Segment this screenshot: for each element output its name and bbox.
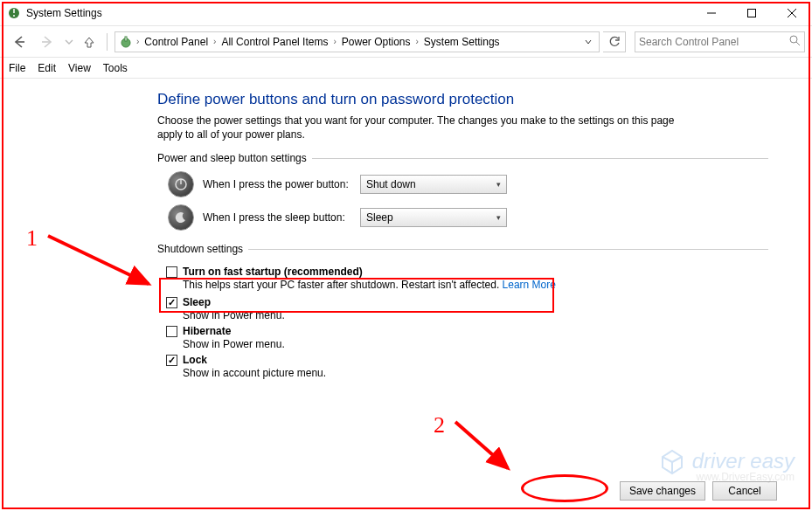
annotation-arrow-2 [451, 418, 521, 479]
annotation-highlight-fast-startup [159, 278, 554, 313]
sleep-button-dropdown[interactable]: Sleep ▾ [360, 208, 507, 227]
hibernate-option: Hibernate Show in Power menu. [166, 325, 768, 350]
watermark: driver easy www.DriverEasy.com [657, 446, 795, 476]
fast-startup-checkbox[interactable] [166, 266, 177, 278]
svg-line-14 [48, 236, 149, 284]
annotation-number-2: 2 [434, 412, 445, 438]
chevron-down-icon: ▾ [496, 213, 501, 222]
power-button-label: When I press the power button: [203, 178, 360, 190]
lock-label: Lock [183, 354, 207, 366]
power-icon [168, 171, 194, 197]
fast-startup-label: Turn on fast startup (recommended) [183, 266, 363, 278]
annotation-highlight-save [521, 474, 608, 502]
cancel-button[interactable]: Cancel [712, 481, 777, 501]
footer-button-bar: Save changes Cancel [620, 481, 777, 501]
content-area: Define power buttons and turn on passwor… [157, 84, 768, 381]
svg-line-15 [455, 422, 508, 468]
power-button-row: When I press the power button: Shut down… [168, 171, 768, 197]
sleep-button-label: When I press the sleep button: [203, 211, 360, 224]
sleep-icon [168, 204, 194, 231]
lock-description: Show in account picture menu. [183, 366, 768, 379]
annotation-number-1: 1 [26, 225, 38, 252]
hibernate-description: Show in Power menu. [183, 337, 768, 350]
power-button-dropdown[interactable]: Shut down ▾ [360, 175, 507, 194]
lock-checkbox[interactable] [166, 355, 177, 366]
chevron-down-icon: ▾ [496, 180, 501, 189]
page-title: Define power buttons and turn on passwor… [157, 91, 768, 108]
annotation-arrow-1 [44, 227, 162, 297]
lock-option: Lock Show in account picture menu. [166, 354, 768, 379]
hibernate-checkbox[interactable] [166, 326, 177, 337]
sleep-button-row: When I press the sleep button: Sleep ▾ [168, 204, 768, 231]
hibernate-label: Hibernate [183, 325, 231, 337]
section-power-sleep-header: Power and sleep button settings [157, 152, 768, 164]
page-description: Choose the power settings that you want … [157, 114, 691, 142]
save-changes-button[interactable]: Save changes [620, 481, 705, 501]
section-shutdown-header: Shutdown settings [157, 243, 768, 255]
